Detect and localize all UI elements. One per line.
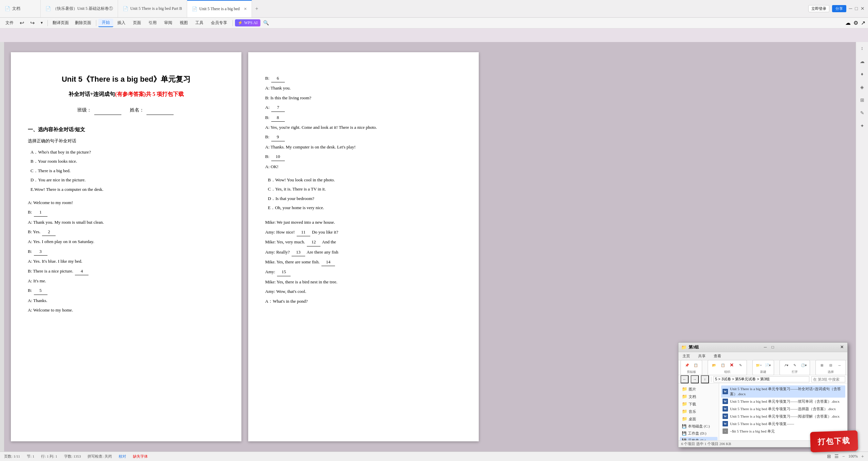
fe-pin-btn[interactable]: 📌: [683, 361, 691, 369]
word-count: 字数: 1353: [64, 454, 81, 459]
right-icon-1[interactable]: ↕: [859, 45, 866, 52]
blank-2: 2: [42, 228, 56, 236]
fe-new-folder-btn[interactable]: 📁+: [755, 361, 763, 369]
fe-invert-btn[interactable]: ↔: [835, 361, 844, 369]
page-2: B: 6 A: Thank you. B: Is this the living…: [248, 52, 479, 441]
fe-select-all-btn[interactable]: ⊞: [818, 361, 826, 369]
zoom-out-btn[interactable]: −: [842, 454, 845, 459]
menu-ref[interactable]: 引用: [145, 19, 160, 27]
menu-file[interactable]: 文件: [3, 19, 16, 27]
menu-start[interactable]: 开始: [98, 19, 113, 27]
share-btn[interactable]: 分享: [832, 5, 846, 12]
search-btn[interactable]: 🔍: [261, 19, 271, 27]
fe-open-btn[interactable]: ↗▾: [782, 361, 790, 369]
dialog-b-picture-4: B: There is a nice picture. 4: [28, 267, 224, 275]
fe-file-5[interactable]: W Unit 5 There is a big bed 单元专项复——: [721, 420, 845, 427]
share-icon2[interactable]: ↗: [861, 20, 865, 26]
fe-select-label: 选择: [828, 370, 834, 374]
fe-menu-share[interactable]: 共享: [696, 353, 708, 359]
fe-tree-desktop[interactable]: 📁 桌面: [680, 415, 717, 423]
fe-delete-btn[interactable]: ✕: [728, 361, 736, 369]
menu-more[interactable]: ▾: [38, 19, 45, 26]
menu-translate[interactable]: 翻译页面: [50, 19, 72, 27]
tab-main-active[interactable]: 📄 Unit 5 There is a big bed ✕: [187, 0, 252, 17]
login-btn[interactable]: 立即登录: [808, 5, 829, 12]
tab-close-btn[interactable]: ✕: [244, 7, 247, 11]
fe-move-to-btn[interactable]: 📂: [710, 361, 718, 369]
right-icon-6[interactable]: ✎: [859, 109, 866, 117]
d-drive-icon: 💾: [682, 431, 687, 436]
menu-review[interactable]: 审阅: [161, 19, 176, 27]
fe-tree-music[interactable]: 📁 音乐: [680, 408, 717, 415]
fe-file-4[interactable]: W Unit 5 There is a big bed 单元专项复习——阅读理解…: [721, 413, 845, 420]
addr-sep: [711, 377, 711, 382]
fe-max-btn[interactable]: □: [770, 345, 775, 350]
window-min-btn[interactable]: ─: [849, 6, 852, 12]
right-icon-4[interactable]: ◈: [859, 83, 866, 91]
tab-part-b[interactable]: 📄 Unit 5 There is a big bed Part B: [118, 0, 187, 17]
fe-tree-downloads[interactable]: 📁 下载: [680, 400, 717, 408]
fe-menu-view[interactable]: 查看: [712, 353, 723, 359]
view-icon[interactable]: ☰: [834, 454, 839, 459]
right-icon-3[interactable]: ♦: [859, 71, 866, 78]
wps-ai-btn[interactable]: ⚡ WPS AI: [235, 19, 260, 26]
fe-up-btn[interactable]: ↑: [701, 375, 709, 383]
fe-tree-pictures[interactable]: 📁 图片: [680, 385, 717, 393]
download-badge[interactable]: 打包下载: [810, 430, 858, 453]
cloud-icon[interactable]: ☁: [845, 20, 851, 26]
fe-back-btn[interactable]: ←: [680, 375, 689, 383]
fe-close-btn[interactable]: ✕: [839, 345, 845, 350]
dialog-a-blue: A: Yes. It's blue. I like my bed.: [28, 257, 224, 265]
fe-rename-btn[interactable]: ✎: [736, 361, 745, 369]
fe-tree-d[interactable]: 💾 工作盘 (D:): [680, 430, 717, 437]
fe-tree-docs[interactable]: 📁 文档: [680, 393, 717, 400]
status-font[interactable]: 缺失字体: [133, 454, 148, 459]
menu-delete-page[interactable]: 删除页面: [72, 19, 94, 27]
fe-address-input[interactable]: [713, 376, 809, 382]
menu-redo[interactable]: ↪: [27, 19, 37, 27]
fe-new-item-btn[interactable]: 📄▾: [764, 361, 772, 369]
mike-bird: Mike: Yes, there is a bird nest in the t…: [265, 278, 462, 286]
fe-history-btn[interactable]: 🕐▾: [800, 361, 808, 369]
menu-undo[interactable]: ↩: [17, 19, 27, 27]
fe-file-2[interactable]: W Unit 5 There is a big bed 单元专项复习——填写单词…: [721, 398, 845, 405]
window-close-btn[interactable]: ✕: [861, 6, 865, 12]
fe-clipboard-label: 剪贴板: [687, 370, 696, 374]
menu-vip[interactable]: 会员专享: [208, 19, 231, 27]
window-max-btn[interactable]: □: [855, 6, 858, 12]
fe-copy-to-btn[interactable]: 📋: [692, 361, 700, 369]
right-icon-5[interactable]: ⊞: [859, 96, 866, 104]
fe-tree-e[interactable]: 💾 采购盘 (E:): [680, 437, 717, 440]
fe-file-3[interactable]: W Unit 5 There is a big bed 单元专项复习——选择题（…: [721, 405, 845, 413]
settings-icon[interactable]: ⚙: [853, 20, 858, 26]
fe-menu-home[interactable]: 主页: [680, 353, 692, 359]
right-icon-7[interactable]: ✦: [859, 122, 866, 129]
blank-15: 15: [277, 268, 291, 276]
fe-search-input[interactable]: [811, 376, 845, 382]
fe-file-1[interactable]: W Unit 5 There is a big bed 单元专项复习——补全对话…: [721, 385, 845, 398]
tab-workbook[interactable]: 📄 （快乐暑假）Unit 5 基础达标卷①: [41, 0, 118, 17]
zoom-in-btn[interactable]: +: [861, 454, 864, 459]
menu-insert[interactable]: 插入: [114, 19, 129, 27]
layout-icon[interactable]: ⊞: [827, 454, 831, 459]
option-e: E.Wow! There is a computer on the desk.: [28, 185, 224, 193]
menu-view[interactable]: 视图: [176, 19, 191, 27]
active-doc-icon: 📄: [192, 6, 197, 12]
menu-page[interactable]: 页面: [130, 19, 144, 27]
status-check[interactable]: 校对: [119, 454, 126, 459]
fe-edit-btn[interactable]: ✎: [791, 361, 799, 369]
right-icon-2[interactable]: ☁: [859, 58, 866, 65]
fe-select-icons: ⊞ ⊟ ↔: [818, 361, 844, 369]
fe-tree-c[interactable]: 💾 本地磁盘 (C:): [680, 423, 717, 430]
fe-organize-group: 📂 📋 ✕ ✎ 组织: [708, 360, 747, 375]
file4-icon: W: [723, 414, 728, 419]
options2-block: B．Wow! You look cool in the photo. C．Yes…: [265, 176, 462, 212]
fe-copy-path-btn[interactable]: 📋: [719, 361, 727, 369]
fe-min-btn[interactable]: ─: [763, 345, 768, 350]
fe-deselect-btn[interactable]: ⊟: [827, 361, 835, 369]
menu-tools[interactable]: 工具: [192, 19, 207, 27]
fe-forward-btn[interactable]: →: [691, 375, 699, 383]
tab-add-btn[interactable]: +: [252, 0, 262, 17]
tab-document[interactable]: 📄 文档: [0, 0, 41, 17]
top-right-icons: ☁ ⚙ ↗: [845, 20, 865, 26]
